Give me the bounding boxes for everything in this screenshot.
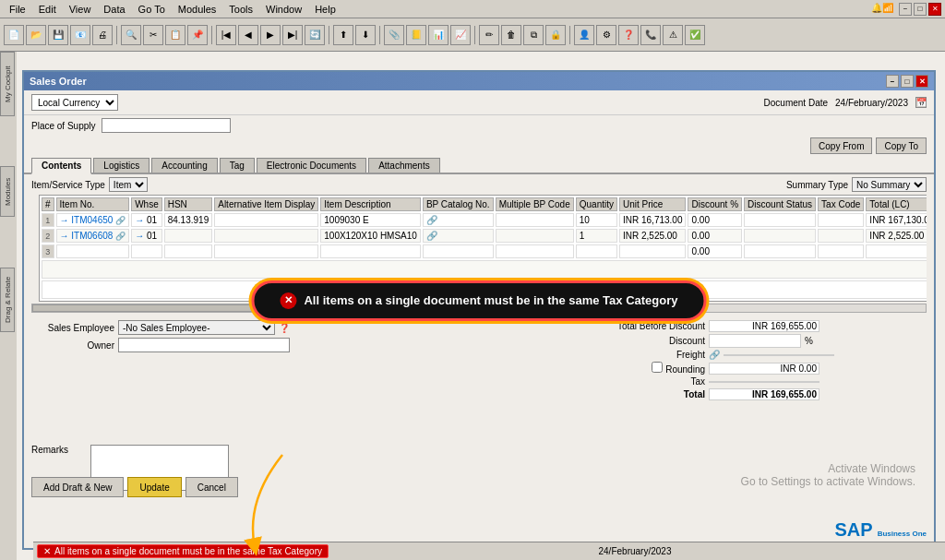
toolbar-copy[interactable]: 📋: [165, 25, 185, 45]
item-type-select[interactable]: Item: [109, 177, 148, 192]
sales-employee-row: Sales Employee -No Sales Employee- ❓: [31, 320, 290, 335]
table-row-empty: [42, 260, 927, 279]
toolbar-up[interactable]: ⬆: [333, 25, 353, 45]
menu-data[interactable]: Data: [98, 3, 130, 16]
row-3-bp-catalog: [423, 244, 494, 258]
error-arrow: [227, 446, 338, 556]
before-discount-label: Total Before Discount: [594, 321, 705, 331]
col-item-no: Item No.: [56, 197, 130, 211]
row-2-bp-catalog: 🔗: [423, 229, 494, 243]
sidebar-item-modules[interactable]: Modules: [0, 166, 15, 217]
total-row: Total INR 169,655.00: [594, 388, 927, 400]
menu-edit[interactable]: Edit: [33, 3, 62, 16]
win-close[interactable]: ✕: [928, 3, 941, 16]
sidebar-item-drag-relate[interactable]: Drag & Relate: [0, 268, 15, 332]
toolbar-attach[interactable]: 📎: [384, 25, 404, 45]
update-button[interactable]: Update: [127, 477, 181, 497]
col-unit-price: Unit Price: [619, 197, 687, 211]
toolbar-dup[interactable]: ⧉: [523, 25, 544, 45]
toolbar-alert[interactable]: ⚠: [663, 25, 683, 45]
menu-help[interactable]: Help: [309, 3, 341, 16]
row-2-discount: 0.00: [688, 229, 742, 243]
col-whse: Whse: [131, 197, 162, 211]
currency-select[interactable]: Local Currency: [31, 94, 118, 111]
discount-value-input[interactable]: [709, 334, 801, 348]
row-1-disc-status: [744, 213, 816, 227]
row-3-hsn: [164, 244, 213, 258]
sidebar-item-my-cockpit[interactable]: My Cockpit: [0, 52, 15, 116]
doc-date-value: 24/February/2023: [835, 98, 908, 108]
toolbar-settings[interactable]: ⚙: [596, 25, 616, 45]
tab-attachments[interactable]: Attachments: [368, 158, 440, 173]
toolbar-save[interactable]: 💾: [48, 25, 68, 45]
table-row[interactable]: 3 0.00: [42, 244, 927, 258]
rounding-value: INR 0.00: [709, 363, 819, 375]
menu-modules[interactable]: Modules: [173, 3, 222, 16]
toolbar-user[interactable]: 👤: [574, 25, 594, 45]
toolbar-email[interactable]: 📧: [70, 25, 90, 45]
tab-contents[interactable]: Contents: [31, 158, 91, 174]
activate-line2: Go to Settings to activate Windows.: [741, 475, 915, 488]
owner-label: Owner: [31, 340, 114, 351]
toolbar-report[interactable]: 📊: [428, 25, 449, 45]
window-restore-btn[interactable]: □: [901, 75, 914, 88]
toolbar-del[interactable]: 🗑: [501, 25, 521, 45]
toolbar-cut[interactable]: ✂: [143, 25, 163, 45]
row-3-tax-code: [818, 244, 864, 258]
menu-goto[interactable]: Go To: [133, 3, 171, 16]
menu-file[interactable]: File: [4, 3, 31, 16]
toolbar-first[interactable]: |◀: [216, 25, 236, 45]
col-discount: Discount %: [688, 197, 742, 211]
freight-link-icon[interactable]: 🔗: [709, 350, 720, 360]
sales-employee-select[interactable]: -No Sales Employee-: [118, 320, 275, 335]
tab-logistics[interactable]: Logistics: [93, 158, 150, 173]
toolbar-open[interactable]: 📂: [26, 25, 46, 45]
toolbar-paste[interactable]: 📌: [187, 25, 208, 45]
calendar-icon[interactable]: 📅: [915, 97, 927, 108]
table-row[interactable]: 2 → ITM06608 🔗 → 01 100X120X10 HMSA10 🔗 …: [42, 229, 927, 243]
toolbar-edit2[interactable]: ✏: [479, 25, 499, 45]
supply-input[interactable]: [102, 118, 231, 133]
toolbar-down[interactable]: ⬇: [355, 25, 376, 45]
remarks-label: Remarks: [31, 445, 87, 455]
menu-view[interactable]: View: [64, 3, 97, 16]
toolbar-next[interactable]: ▶: [260, 25, 281, 45]
toolbar-help[interactable]: ❓: [618, 25, 639, 45]
copy-to-button[interactable]: Copy To: [876, 137, 927, 154]
activate-windows: Activate Windows Go to Settings to activ…: [741, 462, 915, 488]
toolbar-refresh[interactable]: 🔄: [305, 25, 325, 45]
window-title: Sales Order: [30, 76, 87, 87]
row-3-whse: [131, 244, 162, 258]
error-message: All items on a single document must be i…: [304, 293, 677, 307]
win-restore[interactable]: □: [914, 3, 927, 16]
summary-type-select[interactable]: No Summary: [852, 177, 927, 192]
sales-employee-help-icon[interactable]: ❓: [279, 323, 290, 333]
summary-group: Summary Type No Summary: [786, 177, 927, 192]
owner-input[interactable]: [118, 338, 290, 352]
copy-from-button[interactable]: Copy From: [810, 137, 872, 154]
tab-tag[interactable]: Tag: [220, 158, 255, 173]
toolbar-new[interactable]: 📄: [4, 25, 24, 45]
toolbar-search[interactable]: 🔍: [121, 25, 141, 45]
toolbar-last[interactable]: ▶|: [282, 25, 303, 45]
toolbar-phone[interactable]: 📞: [640, 25, 661, 45]
toolbar-prev[interactable]: ◀: [238, 25, 258, 45]
toolbar-print[interactable]: 🖨: [92, 25, 113, 45]
win-minimize[interactable]: −: [899, 3, 912, 16]
menu-window[interactable]: Window: [260, 3, 307, 16]
menu-tools[interactable]: Tools: [223, 3, 258, 16]
supply-row: Place of Supply: [24, 115, 934, 136]
tab-accounting[interactable]: Accounting: [151, 158, 217, 173]
col-total-lc: Total (LC): [866, 197, 927, 211]
tab-electronic-docs[interactable]: Electronic Documents: [257, 158, 366, 173]
window-minimize-btn[interactable]: −: [886, 75, 899, 88]
toolbar-chart[interactable]: 📈: [450, 25, 471, 45]
right-totals: Total Before Discount INR 169,655.00 Dis…: [594, 320, 927, 402]
rounding-checkbox[interactable]: [652, 362, 663, 373]
add-draft-button[interactable]: Add Draft & New: [31, 477, 124, 497]
window-close-btn[interactable]: ✕: [915, 75, 928, 88]
toolbar-journal[interactable]: 📒: [406, 25, 426, 45]
toolbar-check[interactable]: ✅: [685, 25, 705, 45]
toolbar-lock[interactable]: 🔒: [545, 25, 566, 45]
table-row[interactable]: 1 → ITM04650 🔗 → 01 84.13.919 1009030 E …: [42, 213, 927, 227]
